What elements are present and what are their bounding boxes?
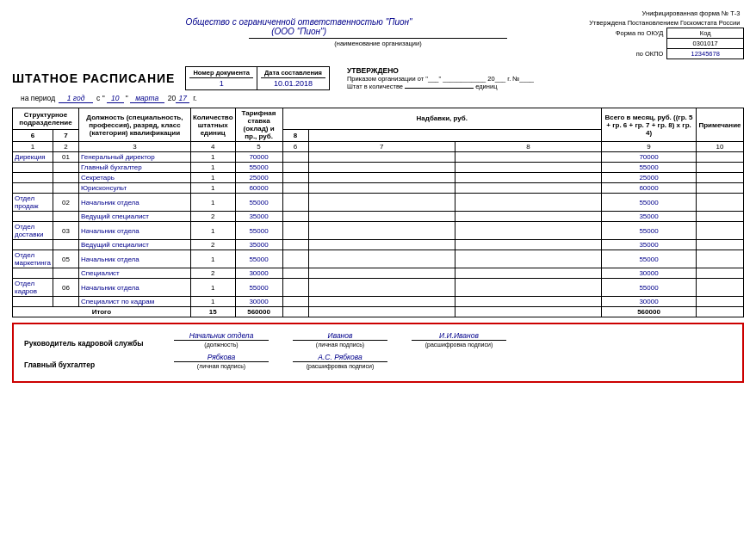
salary-cell: 55000 [235, 163, 282, 173]
bonus-cell [282, 183, 308, 194]
period-year: 17 [176, 94, 189, 103]
qty-cell: 1 [190, 173, 235, 183]
position-cell: Секретарь [78, 173, 190, 183]
sig2-personal-label: (личная подпись) [174, 363, 269, 369]
bonus-cell [282, 268, 308, 279]
position-cell: Генеральный директор [78, 152, 190, 163]
sig2-personal: Рябкова (личная подпись) [174, 353, 269, 369]
dept-name-cell: Дирекция [13, 152, 53, 163]
th-b1: 6 [13, 129, 53, 141]
position-cell: Ведущий специалист [78, 212, 190, 222]
col-num-10: 10 [697, 142, 744, 152]
col-numbers-row: 1 2 3 4 5 6 7 8 9 10 [13, 142, 744, 152]
bonus-cell [455, 240, 601, 250]
bonus-cell [308, 268, 455, 279]
sig1-personal-label: (личная подпись) [293, 342, 387, 348]
sig1-title: Руководитель кадровой службы [24, 339, 162, 348]
sig-row-2: Главный бухгалтер Рябкова (личная подпис… [24, 353, 732, 369]
salary-cell: 35000 [235, 240, 282, 250]
bonus-cell [308, 194, 455, 212]
period-mid: с " [96, 94, 105, 102]
sig1-position: Начальник отдела (должность) [174, 331, 269, 348]
sig2-decode-label: (расшифровка подписи) [293, 363, 387, 369]
dept-code-cell: 03 [53, 222, 78, 240]
total-cell: 55000 [602, 222, 697, 240]
bonus-cell [282, 212, 308, 222]
total-cell: 55000 [602, 250, 697, 268]
dept-name-cell [13, 297, 53, 307]
dept-code-cell [53, 212, 78, 222]
total-bonus [308, 307, 455, 317]
total-cell: 55000 [602, 279, 697, 297]
dept-name-cell [13, 183, 53, 194]
col-num-9: 9 [602, 142, 697, 152]
dept-name-cell [13, 212, 53, 222]
total-bonus [282, 307, 308, 317]
sig1-decode-label: (расшифровка подписи) [412, 342, 506, 348]
sig2-personal-value: Рябкова [174, 353, 269, 362]
bonus-cell [455, 194, 601, 212]
bonus-cell [455, 212, 601, 222]
bonus-cell [282, 194, 308, 212]
th-struct-sub: Структурное подразделение [13, 108, 79, 130]
dept-name-cell [13, 163, 53, 173]
bonus-cell [308, 279, 455, 297]
bonus-cell [308, 240, 455, 250]
qty-cell: 1 [190, 279, 235, 297]
period-mid2: " [126, 94, 128, 102]
bonus-cell [282, 163, 308, 173]
sig-row-1: Руководитель кадровой службы Начальник о… [24, 331, 732, 348]
dept-name-cell [13, 268, 53, 279]
qty-cell: 1 [190, 152, 235, 163]
approved-line2: Штат в количестве единиц [347, 83, 534, 90]
th-b2: 7 [53, 129, 78, 141]
qty-cell: 1 [190, 163, 235, 173]
period-suffix: г. [193, 94, 196, 102]
sig1-position-label: (должность) [174, 342, 269, 348]
bonus-cell [282, 297, 308, 307]
bonus-cell [308, 173, 455, 183]
bonus-cell [308, 222, 455, 240]
total-row: Итого15560000560000 [13, 307, 744, 317]
note-cell [697, 163, 744, 173]
note-cell [697, 194, 744, 212]
dept-name-cell [13, 240, 53, 250]
salary-cell: 70000 [235, 152, 282, 163]
position-cell: Начальник отдела [78, 279, 190, 297]
salary-cell: 55000 [235, 250, 282, 268]
note-cell [697, 279, 744, 297]
total-cell: 60000 [602, 183, 697, 194]
note-cell [697, 152, 744, 163]
doc-date-value: 10.01.2018 [261, 78, 325, 89]
th-tariff: Тарифная ставка (оклад) и пр., руб. [235, 108, 282, 142]
total-cell: 35000 [602, 240, 697, 250]
qty-cell: 2 [190, 268, 235, 279]
total-total: 560000 [602, 307, 697, 317]
table-row: Специалист по кадрам13000030000 [13, 297, 744, 307]
th-bonuses: Надбавки, руб. [282, 108, 601, 130]
th-total: Всего в месяц, руб. ((гр. 5 + гр. 6 + гр… [602, 108, 697, 142]
note-cell [697, 222, 744, 240]
bonus-cell [282, 250, 308, 268]
position-cell: Специалист [78, 268, 190, 279]
bonus-cell [455, 222, 601, 240]
th-qty: Количество штатных единиц [190, 108, 235, 142]
bonus-cell [282, 279, 308, 297]
approved-line1: Приказом организации от "___" __________… [347, 75, 534, 83]
sig1-decode: И.И.Иванов (расшифровка подписи) [412, 331, 506, 348]
bonus-cell [455, 279, 601, 297]
dept-code-cell [53, 268, 78, 279]
okud-code-label: Код [667, 28, 744, 39]
period-year-prefix: 20 [168, 94, 176, 102]
okud-label: Форма по ОКУД [586, 28, 667, 39]
doc-number-value: 1 [189, 78, 253, 89]
dept-code-cell: 01 [53, 152, 78, 163]
sig1-personal: Иванов (личная подпись) [293, 331, 387, 348]
total-cell: 35000 [602, 212, 697, 222]
th-position: Должность (специальность, профессия), ра… [78, 108, 190, 142]
signature-block: Руководитель кадровой службы Начальник о… [12, 323, 744, 383]
note-cell [697, 268, 744, 279]
position-cell: Начальник отдела [78, 222, 190, 240]
sig1-position-value: Начальник отдела [174, 331, 269, 341]
dept-name-cell [13, 173, 53, 183]
